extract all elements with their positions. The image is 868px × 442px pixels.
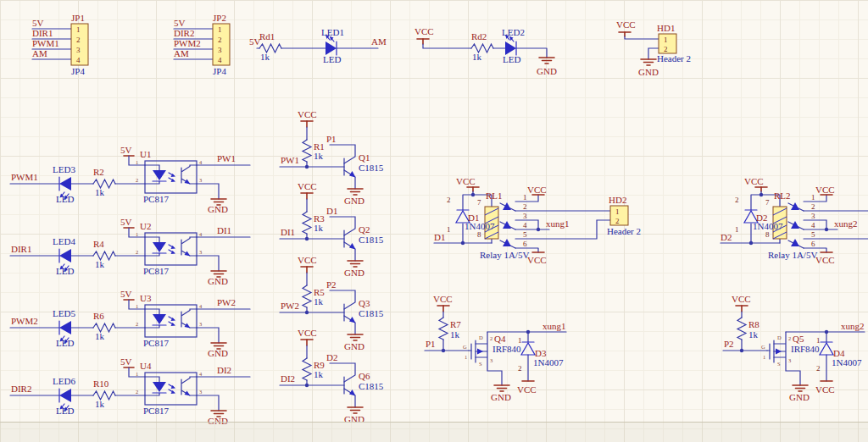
npn-stage-q3[interactable]: VCC R5 1k PW2 P2 Q3 C1815 GND (280, 255, 384, 351)
opto-stage-u1[interactable]: PWM1 LED3 LED R2 1k 5V U1 1 2 4 3 PC817 … (10, 145, 250, 214)
part-value: 1k (95, 259, 105, 269)
part-value: PC817 (143, 406, 169, 416)
schematic-canvas[interactable]: 5V DIR1 PWM1 AM JP1 JP4 1 2 3 4 5V DIR2 … (0, 0, 868, 442)
pin-number: 3 (811, 212, 815, 220)
part-ref: Q3 (359, 298, 370, 308)
part-ref: R8 (748, 319, 760, 329)
pin-number: 4 (199, 371, 203, 377)
opto-stage-u3[interactable]: PWM2 LED5 LED R6 1k 5V U3 1 2 4 3 PC817 … (10, 289, 250, 358)
pin-number: 3 (523, 212, 527, 220)
pin-number: 3 (199, 177, 202, 183)
pin-number: 4 (199, 231, 203, 237)
connector-jp1[interactable]: 5V DIR1 PWM1 AM JP1 JP4 1 2 3 4 (32, 13, 88, 76)
pin-number: 4 (199, 303, 203, 309)
pin-number: 2 (76, 36, 81, 44)
net-label: VCC (815, 185, 835, 195)
pin-number: 3 (788, 357, 791, 363)
net-label: PWM1 (32, 38, 59, 48)
part-ref: LED2 (502, 27, 525, 37)
indicator-led1-circuit[interactable]: 5V Rd1 1k LED1 LED AM (249, 27, 387, 64)
part-ref: LED6 (53, 376, 75, 386)
pin-number: 3 (199, 389, 202, 395)
net-label: VCC (298, 109, 317, 119)
net-label: P2 (724, 339, 734, 349)
pin-number: 1 (664, 36, 668, 44)
opto-stage-u4[interactable]: DIR2 LED6 LED R10 1k 5V U4 1 2 4 3 PC817… (10, 356, 250, 426)
pin-number: 2 (447, 196, 451, 204)
pin-number: 4 (199, 159, 203, 165)
pin-letter: G (761, 344, 765, 350)
power-label: GND (208, 204, 228, 214)
net-label: xung1 (546, 218, 570, 229)
npn-stage-q1[interactable]: VCC R1 1k PW1 P1 Q1 C1815 GND (280, 109, 384, 206)
part-value: C1815 (359, 163, 384, 173)
part-value: 1k (450, 329, 460, 340)
net-label: VCC (616, 19, 636, 30)
pin-number: 3 (199, 321, 202, 327)
indicator-led2-circuit[interactable]: VCC Rd2 1k LED2 LED GND (415, 26, 557, 76)
net-label: VCC (415, 26, 434, 36)
part-value: PC817 (143, 194, 169, 204)
power-label: GND (344, 196, 364, 206)
part-ref: Q2 (359, 224, 370, 235)
part-ref: LED4 (53, 236, 75, 246)
net-label: VCC (732, 294, 751, 304)
part-ref: Rd2 (471, 31, 487, 41)
pin-number: 6 (811, 240, 815, 248)
pin-number: 1 (76, 25, 81, 34)
relay-rl1[interactable]: VCC RL1 2 7 D1 1N4007 1 8 D1 Relay 1A/5V… (434, 176, 610, 265)
net-label: 5V (120, 217, 132, 227)
pin-letter: G (463, 344, 467, 350)
power-label: GND (344, 341, 364, 351)
opto-stage-u2[interactable]: DIR1 LED4 LED R4 1k 5V U2 1 2 4 3 PC817 … (10, 217, 250, 286)
pin-number: 6 (523, 240, 527, 248)
pin-number: 2 (788, 335, 791, 341)
net-label: 5V (120, 356, 132, 367)
power-label: GND (344, 268, 364, 278)
net-label: 5V (120, 145, 132, 155)
part-ref: U2 (140, 221, 151, 231)
pin-number: 1 (136, 371, 138, 377)
pin-number: 2 (136, 389, 138, 395)
net-label: PW2 (281, 301, 299, 311)
npn-stage-q6[interactable]: VCC R9 1k DI2 D2 Q6 C1815 GND (280, 328, 384, 424)
relay-rl2[interactable]: VCC RL2 2 7 D2 1N4007 1 8 D2 Relay 1A/5V… (721, 176, 868, 265)
part-ref: Rd1 (259, 31, 275, 41)
part-ref: U1 (140, 149, 151, 159)
part-value: 1k (314, 151, 324, 161)
part-value: 1k (314, 296, 324, 307)
part-ref: R7 (450, 319, 461, 329)
mosfet-stage-q4[interactable]: VCC R7 1k P1 Q4 IRF840 D G S 2 1 3 xung1… (425, 294, 566, 402)
part-value: 1k (95, 187, 105, 197)
connector-hd1[interactable]: VCC HD1 1 2 Header 2 GND (616, 19, 691, 77)
pin-number: 1 (811, 193, 815, 202)
connector-jp2[interactable]: 5V DIR2 PWM2 AM JP2 JP4 1 2 3 4 (174, 13, 230, 76)
part-value: 1k (314, 223, 324, 233)
mosfet-stage-q5[interactable]: VCC R8 1k P2 Q5 IRF840 D G S 2 1 3 xung2… (723, 294, 865, 402)
part-value: LED (56, 266, 74, 276)
part-value: C1815 (359, 308, 384, 318)
part-value: LED (56, 406, 74, 416)
net-label: VCC (744, 176, 764, 186)
pin-number: 2 (615, 217, 620, 225)
net-label: DI2 (217, 365, 231, 375)
part-value: LED (56, 194, 74, 204)
pin-number: 4 (523, 221, 527, 229)
connector-hd2[interactable]: HD2 1 2 Header 2 (607, 195, 641, 236)
net-label: DI1 (281, 227, 295, 237)
npn-stage-q2[interactable]: VCC R3 1k DI1 D1 Q2 C1815 GND (280, 181, 384, 278)
pin-number: 2 (811, 202, 815, 211)
pin-number: 5 (811, 230, 815, 239)
net-label: DIR1 (32, 28, 53, 38)
pin-number: 1 (218, 25, 222, 34)
pin-number: 7 (477, 198, 481, 207)
part-ref: Q1 (359, 152, 370, 163)
pin-number: 3 (490, 357, 492, 363)
net-label: VCC (298, 255, 317, 265)
pin-number: 8 (477, 230, 481, 239)
net-label: DI2 (281, 373, 295, 384)
part-value: LED (503, 54, 520, 64)
net-label: D1 (326, 206, 337, 216)
pin-number: 7 (765, 198, 770, 207)
part-value: 1N4007 (533, 357, 564, 367)
